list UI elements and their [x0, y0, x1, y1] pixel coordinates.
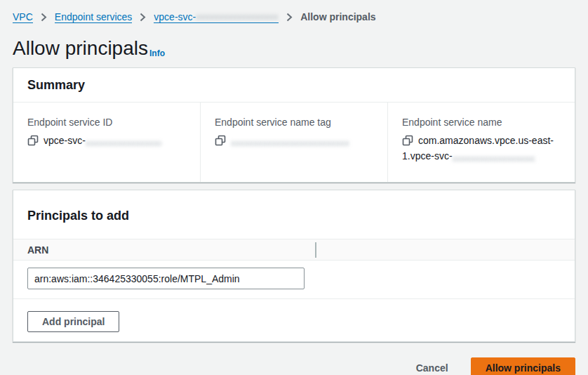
allow-principals-page: VPC Endpoint services vpce-svc-xxxxxxxxx…: [0, 0, 588, 375]
chevron-right-icon: [140, 13, 146, 22]
add-principal-button[interactable]: Add principal: [27, 311, 119, 332]
field-value: vpce-svc-xxxxxxxxxxxxxxxxxxxxxxxxxxxxxxx…: [27, 133, 186, 148]
field-label: Endpoint service name tag: [215, 115, 373, 129]
allow-principals-button[interactable]: Allow principals: [471, 357, 575, 375]
breadcrumb-current: Allow principals: [300, 11, 375, 22]
breadcrumb: VPC Endpoint services vpce-svc-xxxxxxxxx…: [13, 10, 575, 24]
info-link[interactable]: Info: [149, 48, 165, 60]
chevron-right-icon: [41, 13, 47, 22]
field-value: com.amazonaws.vpce.us-east-1.vpce-svc-xx…: [402, 133, 561, 164]
summary-title: Summary: [27, 77, 561, 93]
field-value-text: vpce-svc-: [44, 135, 86, 146]
column-resize-handle[interactable]: [315, 242, 316, 258]
principals-title: Principals to add: [27, 208, 561, 223]
breadcrumb-link-endpoint-services[interactable]: Endpoint services: [55, 11, 133, 23]
cancel-button[interactable]: Cancel: [402, 357, 462, 375]
copy-icon[interactable]: [402, 135, 413, 146]
redacted-text: xxxxxxxxxxxxxxxxxxxxxxxxxxxxxxxx: [196, 11, 279, 22]
page-title: Allow principals: [13, 37, 148, 60]
summary-field-endpoint-service-name: Endpoint service name com.amazonaws.vpce…: [387, 103, 575, 182]
principals-card-header: Principals to add: [13, 190, 575, 239]
arn-input[interactable]: [27, 268, 305, 289]
copy-icon[interactable]: [27, 135, 39, 146]
summary-field-endpoint-service-name-tag: Endpoint service name tag xxxxxxxxxxxxxx…: [200, 103, 387, 182]
add-principal-row: Add principal: [13, 299, 575, 341]
arn-input-row: [13, 261, 575, 299]
copy-icon[interactable]: [215, 135, 226, 146]
page-title-row: Allow principals Info: [13, 35, 575, 60]
summary-card-header: Summary: [13, 68, 575, 103]
field-value: xxxxxxxxxxxxxxxxxxxxxxxxxxxxxxxx: [215, 133, 373, 148]
redacted-text: xxxxxxxxxxxxxxxxxxxxxxxxxxxxxxxx: [231, 136, 349, 148]
arn-column-header: ARN: [27, 244, 315, 256]
breadcrumb-link-service-id[interactable]: vpce-svc-xxxxxxxxxxxxxxxxxxxxxxxxxxxxxxx…: [154, 11, 279, 23]
field-label: Endpoint service name: [402, 115, 561, 129]
summary-field-endpoint-service-id: Endpoint service ID vpce-svc-xxxxxxxxxxx…: [13, 103, 200, 182]
chevron-right-icon: [286, 13, 293, 22]
principals-table-header: ARN: [13, 239, 575, 261]
footer-actions: Cancel Allow principals: [13, 357, 575, 375]
redacted-text: xxxxxxxxxxxxxxxxxxxxxxxxxxxxxxxx: [453, 151, 535, 164]
breadcrumb-link-vpc[interactable]: VPC: [13, 11, 33, 23]
breadcrumb-service-id-prefix: vpce-svc-: [154, 11, 196, 22]
summary-grid: Endpoint service ID vpce-svc-xxxxxxxxxxx…: [13, 103, 575, 182]
principals-card: Principals to add ARN Add principal: [13, 190, 575, 342]
redacted-text: xxxxxxxxxxxxxxxxxxxxxxxxxxxxxxxx: [86, 136, 161, 148]
summary-card: Summary Endpoint service ID vpce-svc-xxx…: [13, 67, 575, 183]
field-label: Endpoint service ID: [27, 115, 186, 129]
